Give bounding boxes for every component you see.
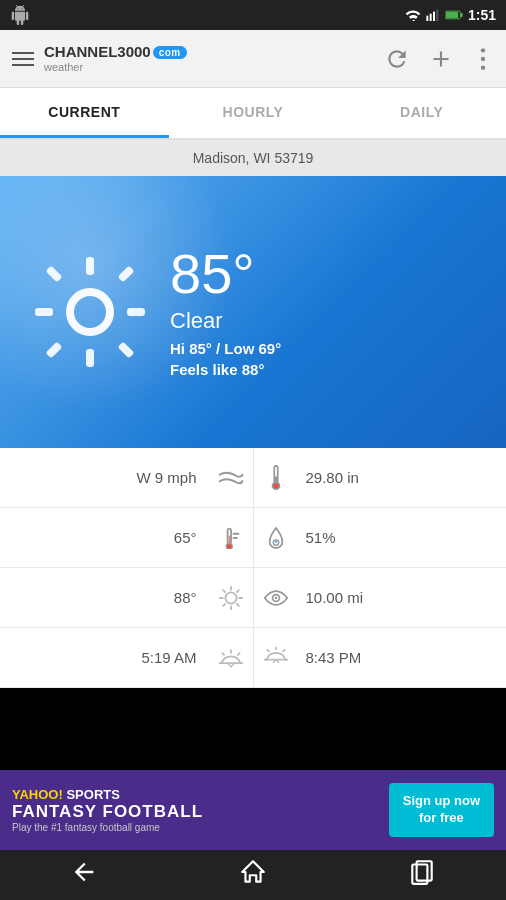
more-button[interactable] bbox=[472, 46, 494, 72]
svg-point-31 bbox=[274, 596, 277, 599]
weather-hilow: Hi 85° / Low 69° bbox=[170, 340, 476, 357]
weather-temp: 85° bbox=[170, 246, 476, 302]
detail-row-dew-humidity: 65° 51% bbox=[0, 508, 506, 568]
detail-dew-cell: 65° bbox=[0, 508, 254, 568]
detail-row-wind-pressure: W 9 mph 29.80 in bbox=[0, 448, 506, 508]
channel-name-label: CHANNEL3000 bbox=[44, 44, 151, 61]
channel-sub-label: weather bbox=[44, 61, 187, 73]
ad-signup-button[interactable]: Sign up now for free bbox=[389, 783, 494, 837]
detail-row-sunrise-sunset: 5:19 AM bbox=[0, 628, 506, 688]
status-time: 1:51 bbox=[468, 7, 496, 23]
tab-bar: CURRENT HOURLY DAILY bbox=[0, 88, 506, 140]
tab-daily[interactable]: DAILY bbox=[337, 88, 506, 138]
ad-banner[interactable]: YAHOO! SPORTS FANTASY FOOTBALL Play the … bbox=[0, 770, 506, 850]
svg-point-13 bbox=[272, 482, 279, 489]
detail-row-heat-visibility: 88° bbox=[0, 568, 506, 628]
svg-line-29 bbox=[223, 603, 225, 605]
detail-sunrise-cell: 5:19 AM bbox=[0, 628, 254, 688]
menu-button[interactable] bbox=[12, 52, 34, 66]
svg-rect-1 bbox=[430, 14, 432, 21]
weather-banner: 85° Clear Hi 85° / Low 69° Feels like 88… bbox=[0, 176, 506, 448]
tab-current[interactable]: CURRENT bbox=[0, 88, 169, 138]
add-button[interactable] bbox=[428, 46, 454, 72]
svg-line-37 bbox=[228, 664, 231, 667]
pressure-value: 29.80 in bbox=[298, 469, 507, 486]
svg-point-20 bbox=[274, 540, 277, 543]
sunrise-label: 5:19 AM bbox=[0, 649, 209, 666]
svg-rect-2 bbox=[433, 12, 435, 21]
dew-icon bbox=[209, 527, 253, 549]
dew-label: 65° bbox=[0, 529, 209, 546]
weather-details: W 9 mph 29.80 in 65° bbox=[0, 448, 506, 688]
sun-icon bbox=[30, 252, 150, 372]
sunset-value: 8:43 PM bbox=[298, 649, 507, 666]
svg-point-9 bbox=[481, 65, 485, 69]
svg-line-40 bbox=[282, 649, 284, 651]
visibility-value: 10.00 mi bbox=[298, 589, 507, 606]
app-logo: CHANNEL3000 com weather bbox=[44, 44, 374, 73]
svg-line-27 bbox=[236, 603, 238, 605]
back-button[interactable] bbox=[70, 858, 98, 892]
ad-sub-text: Play the #1 fantasy football game bbox=[12, 822, 379, 833]
status-bar-left bbox=[10, 5, 30, 25]
location-text: Madison, WI 53719 bbox=[193, 150, 314, 166]
svg-line-28 bbox=[236, 590, 238, 592]
svg-rect-6 bbox=[461, 13, 463, 17]
svg-rect-3 bbox=[436, 10, 438, 21]
detail-visibility-cell: 10.00 mi bbox=[254, 568, 507, 628]
sunrise-icon bbox=[209, 647, 253, 669]
ad-text: YAHOO! SPORTS FANTASY FOOTBALL Play the … bbox=[12, 787, 379, 833]
ad-title: YAHOO! SPORTS bbox=[12, 787, 379, 802]
wifi-icon bbox=[405, 9, 421, 21]
svg-rect-5 bbox=[446, 12, 458, 18]
svg-point-16 bbox=[226, 543, 232, 549]
wind-label: W 9 mph bbox=[0, 469, 209, 486]
app-bar: CHANNEL3000 com weather bbox=[0, 30, 506, 88]
svg-point-7 bbox=[481, 48, 485, 52]
detail-humidity-cell: 51% bbox=[254, 508, 507, 568]
detail-heat-cell: 88° bbox=[0, 568, 254, 628]
humidity-icon bbox=[254, 525, 298, 551]
detail-wind-cell: W 9 mph bbox=[0, 448, 254, 508]
detail-pressure-cell: 29.80 in bbox=[254, 448, 507, 508]
heat-label: 88° bbox=[0, 589, 209, 606]
svg-line-39 bbox=[267, 649, 269, 651]
sunset-icon bbox=[254, 647, 298, 669]
tab-hourly[interactable]: HOURLY bbox=[169, 88, 338, 138]
visibility-icon bbox=[254, 588, 298, 608]
channel-dot-label: com bbox=[153, 46, 187, 59]
svg-point-21 bbox=[225, 592, 236, 603]
signal-icon bbox=[426, 9, 440, 21]
svg-line-34 bbox=[237, 653, 239, 655]
svg-point-8 bbox=[481, 56, 485, 60]
wind-icon bbox=[209, 468, 253, 488]
weather-condition: Clear bbox=[170, 308, 476, 334]
bottom-nav-bar bbox=[0, 850, 506, 900]
weather-feels-like: Feels like 88° bbox=[170, 361, 476, 378]
location-bar: Madison, WI 53719 bbox=[0, 140, 506, 176]
detail-sunset-cell: 8:43 PM bbox=[254, 628, 507, 688]
heat-icon bbox=[209, 585, 253, 611]
humidity-value: 51% bbox=[298, 529, 507, 546]
home-button[interactable] bbox=[239, 858, 267, 892]
svg-marker-44 bbox=[242, 861, 264, 881]
status-bar: 1:51 bbox=[0, 0, 506, 30]
status-bar-right: 1:51 bbox=[405, 7, 496, 23]
recent-button[interactable] bbox=[408, 858, 436, 892]
weather-info: 85° Clear Hi 85° / Low 69° Feels like 88… bbox=[170, 246, 476, 378]
ad-main-text: FANTASY FOOTBALL bbox=[12, 802, 379, 822]
refresh-button[interactable] bbox=[384, 46, 410, 72]
battery-icon bbox=[445, 9, 463, 21]
svg-rect-0 bbox=[426, 16, 428, 21]
pressure-icon bbox=[254, 465, 298, 491]
svg-line-26 bbox=[223, 590, 225, 592]
app-bar-actions bbox=[384, 46, 494, 72]
svg-line-33 bbox=[222, 653, 224, 655]
android-icon bbox=[10, 5, 30, 25]
